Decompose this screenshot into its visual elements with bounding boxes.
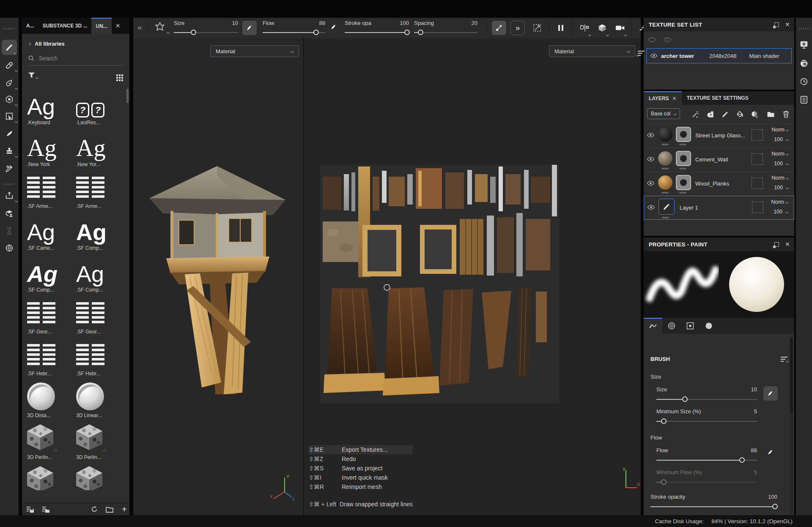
tab-texture-set-settings[interactable]: TEXTURE SET SETTINGS xyxy=(682,91,754,105)
min-size-slider[interactable] xyxy=(656,418,757,424)
tab-brush[interactable] xyxy=(644,318,662,334)
paint-layer-thumbnail[interactable] xyxy=(658,199,675,215)
size-slider[interactable] xyxy=(656,396,757,402)
blend-mode-dropdown[interactable]: Norm xyxy=(771,151,788,157)
asset-item[interactable]: Ag.SF Comp... xyxy=(74,255,121,297)
uv-texture-atlas[interactable] xyxy=(320,165,559,404)
tab-stencil[interactable] xyxy=(681,318,700,334)
tab-alpha[interactable] xyxy=(662,318,681,334)
paint-tool-button[interactable] xyxy=(2,40,17,55)
clone-tool-button[interactable] xyxy=(4,145,15,156)
add-mask-icon[interactable] xyxy=(750,110,759,118)
asset-item[interactable]: ∴3D Perlin... xyxy=(25,423,72,464)
add-effect-icon[interactable] xyxy=(691,110,700,118)
blend-mode-dropdown[interactable]: Norm xyxy=(771,199,788,205)
display-settings-button[interactable] xyxy=(799,40,809,50)
opacity-dropdown[interactable]: 100 xyxy=(774,185,788,191)
shader-settings-button[interactable] xyxy=(799,58,809,68)
toggle-all-visibility-icon[interactable] xyxy=(648,36,656,43)
min-flow-slider[interactable] xyxy=(656,479,757,485)
flow-slider[interactable] xyxy=(263,30,325,35)
layer-mask-thumbnail[interactable] xyxy=(676,151,691,166)
stroke-opacity-slider[interactable] xyxy=(650,504,777,510)
smudge-tool-button[interactable] xyxy=(4,128,15,139)
3d-model-archer-tower[interactable] xyxy=(146,163,288,395)
opacity-dropdown[interactable]: 100 xyxy=(774,209,788,215)
collapse-toolbar-icon[interactable]: « xyxy=(137,23,142,32)
shading-mode-dropdown-3d[interactable]: Material xyxy=(210,45,299,57)
lazy-mouse-button[interactable] xyxy=(492,21,506,35)
flow-pen-pressure-icon[interactable] xyxy=(767,449,774,456)
search-input[interactable]: Search xyxy=(28,55,123,66)
section-options-icon[interactable] xyxy=(781,357,787,362)
3d-view-button[interactable] xyxy=(595,21,609,35)
eye-icon[interactable] xyxy=(647,180,655,186)
close-tab-icon[interactable]: ✕ xyxy=(672,96,677,101)
stroke-opacity-slider[interactable] xyxy=(345,30,409,35)
split-view-button[interactable] xyxy=(577,21,592,35)
asset-item[interactable]: ∴ xyxy=(74,464,121,490)
smart-selection-tool-button[interactable] xyxy=(4,111,15,122)
shading-mode-dropdown-2d[interactable]: Material xyxy=(549,45,635,57)
flow-control[interactable]: Flow88 xyxy=(263,20,325,35)
layer-row-selected[interactable]: Layer 1 Norm 100 xyxy=(644,196,794,220)
bake-mode-button[interactable] xyxy=(4,208,15,219)
channel-filter-dropdown[interactable]: Base col xyxy=(647,108,680,119)
flow-slider[interactable] xyxy=(656,457,757,463)
tab-material[interactable] xyxy=(700,318,718,334)
layer-row[interactable]: Street Lamp Glass... Norm 100 xyxy=(644,123,794,147)
asset-item[interactable]: Ag.New York xyxy=(25,130,72,172)
eye-icon[interactable] xyxy=(647,156,655,162)
opacity-dropdown[interactable]: 100 xyxy=(774,161,788,167)
asset-item[interactable]: ∴ xyxy=(25,464,72,490)
asset-item[interactable]: .SF Geor... xyxy=(25,297,72,339)
properties-scrollbar[interactable] xyxy=(790,337,793,515)
eraser-tool-button[interactable] xyxy=(4,60,15,71)
save-list-icon[interactable] xyxy=(26,506,34,513)
tab-untitled[interactable]: UN... xyxy=(91,18,111,34)
layer-row[interactable]: Wood_Planks Norm 100 xyxy=(644,172,794,196)
tab-layers[interactable]: LAYERS✕ xyxy=(644,91,682,105)
layer-material-thumbnail[interactable] xyxy=(658,127,672,142)
viewport-3d[interactable]: Material xyxy=(133,38,303,515)
solo-visibility-icon[interactable]: 1 xyxy=(663,36,672,43)
add-paint-layer-icon[interactable] xyxy=(721,110,729,118)
stroke-opacity-control[interactable]: Stroke opa100 xyxy=(345,20,409,35)
delete-layer-icon[interactable] xyxy=(782,110,790,118)
close-tab-icon[interactable]: ✕ xyxy=(112,18,124,34)
brush-alpha-icon[interactable] xyxy=(154,21,166,34)
symmetry-button[interactable] xyxy=(530,21,544,35)
grid-view-icon[interactable] xyxy=(116,74,118,76)
layer-mask-thumbnail[interactable] xyxy=(676,175,691,190)
asset-item[interactable]: Ag.New Yor... xyxy=(74,130,121,172)
material-picker-tool-button[interactable] xyxy=(4,163,15,174)
asset-item[interactable]: .SF Hebr... xyxy=(25,339,72,381)
eye-icon[interactable] xyxy=(647,204,655,210)
asset-item[interactable]: ??.LastRes... xyxy=(74,88,121,130)
asset-item[interactable]: ∴3D Perlin... xyxy=(74,423,121,464)
more-options-button[interactable]: » xyxy=(510,21,525,35)
layer-material-thumbnail[interactable] xyxy=(658,151,672,166)
asset-item[interactable]: 3D Dista... xyxy=(25,381,72,423)
projection-tool-button[interactable] xyxy=(4,77,15,88)
asset-item[interactable]: Ag.SF Comp... xyxy=(25,255,72,297)
add-resource-button[interactable]: + xyxy=(122,505,127,514)
viewport-2d[interactable]: Material xyxy=(304,38,641,515)
layer-material-thumbnail[interactable] xyxy=(658,175,672,190)
polygon-fill-tool-button[interactable] xyxy=(4,94,15,105)
add-fill-layer-icon[interactable] xyxy=(706,110,714,118)
size-control[interactable]: Size10 xyxy=(174,20,238,35)
asset-item[interactable]: .SF Arme... xyxy=(74,172,121,213)
log-button[interactable] xyxy=(799,95,809,105)
rail-drag-handle[interactable] xyxy=(799,28,810,30)
eye-icon[interactable] xyxy=(647,132,655,138)
undock-panel-icon[interactable] xyxy=(774,242,779,247)
layer-row[interactable]: Cement_Wall Norm 100 xyxy=(644,147,794,172)
size-pen-pressure-button[interactable] xyxy=(763,386,778,401)
undock-panel-icon[interactable] xyxy=(774,22,779,27)
eye-icon[interactable] xyxy=(650,53,658,59)
fill-bucket-icon[interactable] xyxy=(735,110,744,118)
blend-mode-dropdown[interactable]: Norm xyxy=(771,175,788,181)
rail-drag-handle[interactable] xyxy=(4,28,15,30)
history-button[interactable] xyxy=(799,76,809,87)
